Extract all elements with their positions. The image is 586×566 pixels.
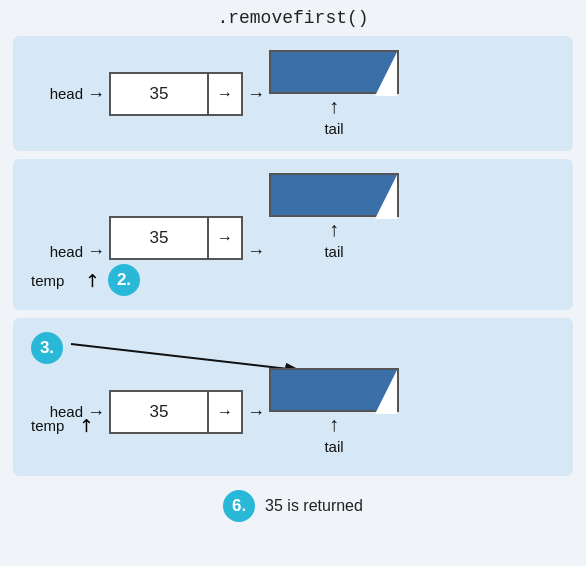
badge-final: 6.: [223, 490, 255, 522]
final-row: 6. 35 is returned: [223, 490, 363, 522]
head-label-1: head: [31, 85, 83, 102]
node-value-1: 35: [109, 72, 209, 116]
panel-2: head → 35 → → ↑ tail temp ↗ 2.: [13, 159, 573, 310]
node-value-3: 35: [109, 390, 209, 434]
svg-line-0: [71, 344, 297, 370]
node-1: 35 →: [109, 72, 243, 116]
tail-label-2: tail: [324, 243, 343, 260]
tail-label-1: tail: [324, 120, 343, 137]
badge-3: 3.: [31, 332, 63, 364]
mid-arrow-1: →: [247, 85, 265, 103]
head-arrow-1: →: [87, 85, 105, 103]
node-value-2: 35: [109, 216, 209, 260]
node-2: 35 →: [109, 216, 243, 260]
temp-label-3: temp: [31, 417, 75, 434]
node-next-3: →: [209, 390, 243, 434]
final-text: 35 is returned: [265, 497, 363, 515]
title: .removefirst(): [217, 8, 368, 28]
tail-arrow-up-1: ↑: [329, 96, 339, 116]
node-next-2: →: [209, 216, 243, 260]
temp-diag-arrow-2: ↗: [79, 267, 105, 293]
mid-arrow-3: →: [247, 403, 265, 421]
head-arrow-2: →: [87, 242, 105, 260]
panel-1: head → 35 → → ↑ tail: [13, 36, 573, 151]
head-label-2: head: [31, 243, 83, 260]
blue-node-1: [269, 50, 399, 94]
badge-2: 2.: [108, 264, 140, 296]
node-next-1: →: [209, 72, 243, 116]
mid-arrow-2: →: [247, 242, 265, 260]
panel-3: 3. head → 35 → → ↑ tail: [13, 318, 573, 476]
node-3: 35 →: [109, 390, 243, 434]
blue-node-3: [269, 368, 399, 412]
tail-arrow-up-2: ↑: [329, 219, 339, 239]
blue-node-2: [269, 173, 399, 217]
tail-label-3: tail: [324, 438, 343, 455]
temp-label-2: temp: [31, 272, 75, 289]
tail-arrow-up-3: ↑: [329, 414, 339, 434]
